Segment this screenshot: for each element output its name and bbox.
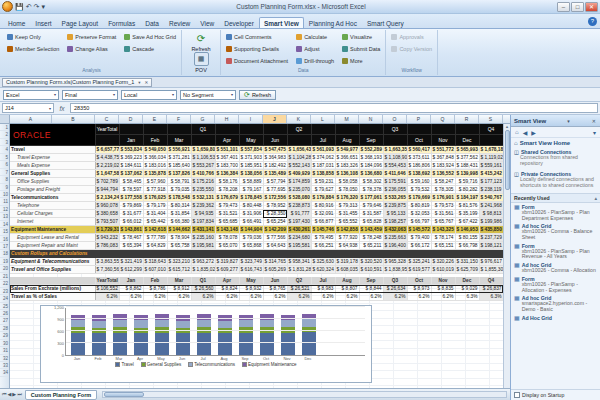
row-label-postage-and-freight[interactable]: Postage and Freight	[10, 186, 95, 194]
column-header-C[interactable]: C	[95, 115, 119, 123]
cell-telecommunications-q2[interactable]: $ 528,080	[287, 194, 311, 202]
cell-telecommunications-sep[interactable]: $ 177,061	[359, 194, 383, 202]
cell-travel-expense-q4[interactable]: $ 1,119,021	[479, 154, 503, 162]
row-header-17[interactable]: 17	[0, 243, 9, 250]
cell-travel-and-office-supplies-jul[interactable]: $ 620,324	[311, 266, 335, 274]
row-label-internet[interactable]: Internet	[10, 218, 95, 226]
startup-checkbox[interactable]	[514, 392, 520, 398]
recently-used-header[interactable]: Recently Used ▴	[511, 193, 600, 203]
mini-cell-sales-from-exchrate-millions-mar[interactable]: $ 8,912	[167, 285, 191, 293]
cell-telephone-jan[interactable]: $ 79,869	[119, 202, 143, 210]
row-label-cellular-charges[interactable]: Cellular Charges	[10, 210, 95, 218]
recent-item-3[interactable]: ▦Formxbrn10026 - PlanSamp - Plan Revenue…	[511, 242, 600, 261]
cell-travel-q4[interactable]: $ 1,678,182	[479, 146, 503, 154]
cell-general-supplies-q1[interactable]: $ 410,766	[191, 170, 215, 178]
column-header-I[interactable]: I	[239, 115, 263, 123]
cell-office-supplies-apr[interactable]: $ 58,176	[215, 178, 239, 186]
column-header-D[interactable]: D	[119, 115, 143, 123]
cell-travel-expense-yeartotal[interactable]: $ 4,438,752	[95, 154, 119, 162]
row-header-34[interactable]: 34	[0, 369, 9, 376]
calculate-button[interactable]: Calculate	[294, 31, 336, 43]
cell-travel-expense-jan[interactable]: $ 369,223	[119, 154, 143, 162]
forward-icon[interactable]: ▶	[531, 129, 536, 136]
cell-telephone-apr[interactable]: $ 79,473	[215, 202, 239, 210]
cell-travel-expense-jun[interactable]: $ 364,983	[263, 154, 287, 162]
mini-cell-travel-as-of-sales-nov[interactable]: 6.2%	[431, 293, 455, 301]
cell-travel-and-office-supplies-nov[interactable]: $ 610,019	[431, 266, 455, 274]
cell-internet-may[interactable]: $ 66,491	[239, 218, 263, 226]
cell-postage-and-freight-apr[interactable]: $ 78,208	[215, 186, 239, 194]
mini-cell-travel-as-of-sales-mar[interactable]: 6.2%	[167, 293, 191, 301]
cell-telecommunications-mar[interactable]: $ 178,548	[167, 194, 191, 202]
cell-equipment-lease-and-rental-apr[interactable]: $ 78,078	[215, 234, 239, 242]
cell-office-supplies-q4[interactable]: $ 177,123	[479, 178, 503, 186]
cell-general-supplies-q4[interactable]: $ 415,242	[479, 170, 503, 178]
cell-equipment-telecommunications-apr[interactable]: $ 319,827	[215, 258, 239, 266]
cell-general-supplies-aug[interactable]: $ 136,108	[335, 170, 359, 178]
row-header-4[interactable]: 4	[0, 146, 9, 153]
cell-cellular-charges-dec[interactable]: $ 35,199	[455, 210, 479, 218]
panel-menu-icon[interactable]: ▾	[593, 129, 596, 136]
cell-travel-and-office-supplies-mar[interactable]: $ 615,712	[167, 266, 191, 274]
home-icon[interactable]: ⌂	[515, 129, 519, 135]
cell-travel-sep[interactable]: $ 552,289	[359, 146, 383, 154]
display-on-startup[interactable]: Display on Startup	[511, 389, 600, 400]
cell-internet-jul[interactable]: $ 66,877	[311, 218, 335, 226]
cell-telephone-yeartotal[interactable]: $ 960,078	[95, 202, 119, 210]
submit-data-button[interactable]: Submit Data	[340, 43, 382, 55]
cell-equipment-telecommunications-q2[interactable]: $ 958,341	[287, 258, 311, 266]
cell-equipment-repair-and-maint-q3[interactable]: $ 196,400	[383, 242, 407, 250]
cell-travel-expense-q3[interactable]: $ 1,108,906	[383, 154, 407, 162]
mini-cell-travel-as-of-sales-may[interactable]: 6.2%	[239, 293, 263, 301]
cell-telecommunications-q1[interactable]: $ 532,131	[191, 194, 215, 202]
cell-equipment-repair-and-maint-yeartotal[interactable]: $ 786,083	[95, 242, 119, 250]
column-header-L[interactable]: L	[311, 115, 335, 123]
column-header-N[interactable]: N	[359, 115, 383, 123]
cell-equipment-telecommunications-dec[interactable]: $ 331,150	[455, 258, 479, 266]
cell-travel-expense-may[interactable]: $ 371,903	[239, 154, 263, 162]
row-label-equipment-maintenance[interactable]: Equipment Maintenance	[10, 226, 95, 234]
column-header-J[interactable]: J	[263, 115, 287, 123]
row-header-30[interactable]: 30	[0, 340, 9, 347]
cell-equipment-repair-and-maint-q2[interactable]: $ 195,581	[287, 242, 311, 250]
cell-meals-expense-jun[interactable]: $ 182,492	[263, 162, 287, 170]
cell-cellular-charges-nov[interactable]: $ 31,561	[431, 210, 455, 218]
cell-equipment-maintenance-nov[interactable]: $ 143,325	[431, 226, 455, 234]
cell-equipment-telecommunications-sep[interactable]: $ 320,520	[359, 258, 383, 266]
drill-through-button[interactable]: Drill-through	[294, 55, 336, 67]
row-header-5[interactable]: 5	[0, 154, 9, 161]
keep-only-button[interactable]: Keep Only	[5, 31, 61, 43]
cell-equipment-telecommunications-oct[interactable]: $ 325,241	[407, 258, 431, 266]
scroll-thumb[interactable]	[505, 130, 510, 190]
cell-postage-and-freight-mar[interactable]: $ 79,035	[167, 186, 191, 194]
cell-meals-expense-sep[interactable]: $ 184,096	[359, 162, 383, 170]
cell-travel-and-office-supplies-q3[interactable]: $ 1,838,950	[383, 266, 407, 274]
cell-internet-jun[interactable]: $ 65,254	[263, 218, 287, 226]
cell-equipment-repair-and-maint-jun[interactable]: $ 64,643	[263, 242, 287, 250]
row-header-18[interactable]: 18	[0, 250, 9, 257]
mini-cell-travel-as-of-sales-aug[interactable]: 6.2%	[335, 293, 359, 301]
mini-cell-sales-from-exchrate-millions-feb[interactable]: $ 8,786	[143, 285, 167, 293]
cell-office-supplies-q3[interactable]: $ 175,591	[383, 178, 407, 186]
cell-equipment-telecommunications-jul[interactable]: $ 325,630	[311, 258, 335, 266]
mini-cell-travel-as-of-sales-feb[interactable]: 6.2%	[143, 293, 167, 301]
cell-travel-expense-q1[interactable]: $ 1,106,538	[191, 154, 215, 162]
cell-office-supplies-aug[interactable]: $ 58,058	[335, 178, 359, 186]
column-header-K[interactable]: K	[287, 115, 311, 123]
cell-equipment-maintenance-aug[interactable]: $ 142,858	[335, 226, 359, 234]
row-header-14[interactable]: 14	[0, 221, 9, 228]
cell-equipment-telecommunications-nov[interactable]: $ 320,226	[431, 258, 455, 266]
cell-telecommunications-may[interactable]: $ 178,845	[239, 194, 263, 202]
name-box[interactable]: J14 ▾	[2, 103, 54, 113]
row-label-equipment-lease-and-rental[interactable]: Equipment Lease and Rental	[10, 234, 95, 242]
cell-travel-q2[interactable]: $ 1,656,430	[287, 146, 311, 154]
mini-cell-travel-as-of-sales-sep[interactable]: 6.2%	[359, 293, 383, 301]
adjust-button[interactable]: Adjust	[294, 43, 336, 55]
cell-postage-and-freight-feb[interactable]: $ 77,918	[143, 186, 167, 194]
row-header-3[interactable]: 3	[0, 139, 9, 146]
cell-telecommunications-jul[interactable]: $ 179,884	[311, 194, 335, 202]
cell-equipment-maintenance-feb[interactable]: $ 142,618	[143, 226, 167, 234]
cell-equipment-lease-and-rental-yeartotal[interactable]: $ 943,232	[95, 234, 119, 242]
cell-telecommunications-jan[interactable]: $ 177,558	[119, 194, 143, 202]
cell-cellular-charges-feb[interactable]: $ 31,404	[143, 210, 167, 218]
